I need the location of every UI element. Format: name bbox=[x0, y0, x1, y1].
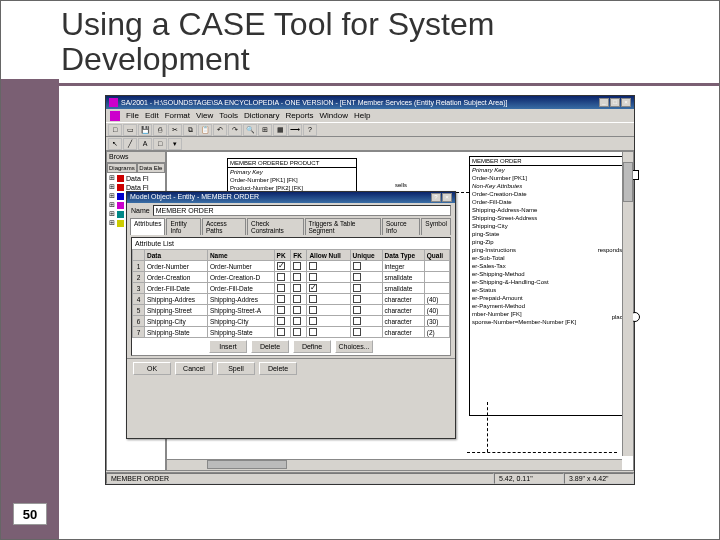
dialog-tab[interactable]: Access Paths bbox=[202, 218, 246, 235]
tool-diagram-icon[interactable]: ⊞ bbox=[258, 124, 272, 136]
maximize-button[interactable]: □ bbox=[610, 98, 620, 107]
dialog-tab[interactable]: Check Constraints bbox=[247, 218, 304, 235]
menu-edit[interactable]: Edit bbox=[145, 111, 159, 120]
entity-attr: Order-Fill-Date bbox=[470, 198, 624, 206]
entity-attr: ping-Zip bbox=[470, 238, 624, 246]
tool-redo-icon[interactable]: ↷ bbox=[228, 124, 242, 136]
menu-tools[interactable]: Tools bbox=[219, 111, 238, 120]
grid-header[interactable]: Data bbox=[145, 250, 208, 261]
name-input[interactable] bbox=[153, 205, 451, 216]
browser-tab-diagrams[interactable]: Diagrams bbox=[107, 163, 137, 173]
grid-row[interactable]: 4Shipping-AddresShipping-Addrescharacter… bbox=[133, 294, 450, 305]
grid-delete-button[interactable]: Delete bbox=[251, 340, 289, 353]
grid-header[interactable]: Data Type bbox=[382, 250, 424, 261]
draw-box-icon[interactable]: □ bbox=[153, 138, 167, 150]
dialog-spell-button[interactable]: Spell bbox=[217, 362, 255, 375]
tool-entity-icon[interactable]: ▦ bbox=[273, 124, 287, 136]
status-size: 3.89" x 4.42" bbox=[564, 473, 634, 484]
tool-paste-icon[interactable]: 📋 bbox=[198, 124, 212, 136]
entity-attr: ping-State bbox=[470, 230, 624, 238]
grid-row[interactable]: 2Order-CreationOrder-Creation-Dsmalldate bbox=[133, 272, 450, 283]
grid-header[interactable] bbox=[133, 250, 145, 261]
app-titlebar: SA/2001 - H:\SOUNDSTAGE\SA ENCYCLOPEDIA … bbox=[106, 96, 634, 109]
dialog-titlebar: Model Object - Entity - MEMBER ORDER ? × bbox=[127, 192, 455, 203]
minimize-button[interactable]: _ bbox=[599, 98, 609, 107]
entity-attr: er-Sub-Total bbox=[470, 254, 624, 262]
grid-header[interactable]: Name bbox=[207, 250, 274, 261]
grid-insert-button[interactable]: Insert bbox=[209, 340, 247, 353]
dialog-tabs: AttributesEntity InfoAccess PathsCheck C… bbox=[127, 218, 455, 235]
dialog-tab[interactable]: Attributes bbox=[130, 218, 165, 235]
tool-cut-icon[interactable]: ✂ bbox=[168, 124, 182, 136]
close-button[interactable]: × bbox=[621, 98, 631, 107]
dialog-tab[interactable]: Source Info bbox=[382, 218, 420, 235]
slide-container: Using a CASE Tool for System Development… bbox=[0, 0, 720, 540]
attribute-grid[interactable]: DataNamePKFKAllow NullUniqueData TypeQua… bbox=[132, 249, 450, 338]
tool-zoom-icon[interactable]: 🔍 bbox=[243, 124, 257, 136]
entity-name: MEMBER ORDER bbox=[470, 157, 624, 166]
grid-row[interactable]: 3Order-Fill-DateOrder-Fill-Datesmalldate bbox=[133, 283, 450, 294]
dialog-cancel-button[interactable]: Cancel bbox=[175, 362, 213, 375]
entity-attr: mber-Number [FK] bbox=[470, 310, 624, 318]
browser-title: Brows bbox=[107, 152, 165, 163]
entity-attr: er-Status bbox=[470, 286, 624, 294]
entity-attr: Shipping-City bbox=[470, 222, 624, 230]
grid-row[interactable]: 6Shipping-CityShipping-Citycharacter(30) bbox=[133, 316, 450, 327]
tool-new-icon[interactable]: □ bbox=[108, 124, 122, 136]
grid-header[interactable]: Allow Null bbox=[307, 250, 350, 261]
tool-save-icon[interactable]: 💾 bbox=[138, 124, 152, 136]
entity-attr: er-Prepaid-Amount bbox=[470, 294, 624, 302]
dialog-ok-button[interactable]: OK bbox=[133, 362, 171, 375]
dialog-help-button[interactable]: ? bbox=[431, 193, 441, 202]
dialog-tab[interactable]: Symbol bbox=[421, 218, 451, 235]
menu-reports[interactable]: Reports bbox=[286, 111, 314, 120]
dialog-delete-button[interactable]: Delete bbox=[259, 362, 297, 375]
grid-header[interactable]: FK bbox=[291, 250, 307, 261]
grid-choices-button[interactable]: Choices... bbox=[335, 340, 373, 353]
dialog-button-row: OKCancelSpellDelete bbox=[127, 358, 455, 378]
menu-format[interactable]: Format bbox=[165, 111, 190, 120]
slide-number: 50 bbox=[13, 503, 47, 525]
grid-row[interactable]: 5Shipping-StreetShipping-Street-Acharact… bbox=[133, 305, 450, 316]
status-object: MEMBER ORDER bbox=[106, 473, 494, 484]
grid-define-button[interactable]: Define bbox=[293, 340, 331, 353]
scroll-thumb[interactable] bbox=[623, 162, 633, 202]
grid-row[interactable]: 7Shipping-StateShipping-Statecharacter(2… bbox=[133, 327, 450, 338]
tool-print-icon[interactable]: ⎙ bbox=[153, 124, 167, 136]
grid-header[interactable]: Unique bbox=[350, 250, 382, 261]
toolbar-main: □ ▭ 💾 ⎙ ✂ ⧉ 📋 ↶ ↷ 🔍 ⊞ ▦ ⟶ ? bbox=[106, 122, 634, 137]
canvas-scroll-vertical[interactable] bbox=[622, 152, 633, 456]
entity-member-order[interactable]: MEMBER ORDER Primary Key Order-Number [P… bbox=[469, 156, 625, 416]
menu-window[interactable]: Window bbox=[320, 111, 348, 120]
draw-line-icon[interactable]: ╱ bbox=[123, 138, 137, 150]
slide-header: Using a CASE Tool for System Development bbox=[1, 1, 719, 86]
dialog-close-button[interactable]: × bbox=[442, 193, 452, 202]
tool-help-icon[interactable]: ? bbox=[303, 124, 317, 136]
browser-tab-data[interactable]: Data Ele bbox=[137, 163, 165, 173]
tool-open-icon[interactable]: ▭ bbox=[123, 124, 137, 136]
menu-dictionary[interactable]: Dictionary bbox=[244, 111, 280, 120]
grid-row[interactable]: 1Order-NumberOrder-Numberinteger bbox=[133, 261, 450, 272]
grid-header[interactable]: Quali bbox=[424, 250, 449, 261]
entity-attr: Shipping-Address-Name bbox=[470, 206, 624, 214]
tool-link-icon[interactable]: ⟶ bbox=[288, 124, 302, 136]
menu-file[interactable]: File bbox=[126, 111, 139, 120]
tree-item[interactable]: ⊞Data Fl bbox=[108, 174, 164, 182]
draw-font-icon[interactable]: A bbox=[138, 138, 152, 150]
tree-item[interactable]: ⊞Data Fl bbox=[108, 183, 164, 191]
entity-pk-0: Order-Number [PK1] bbox=[470, 174, 624, 182]
grid-header[interactable]: PK bbox=[274, 250, 291, 261]
canvas-scroll-horizontal[interactable] bbox=[167, 459, 622, 470]
tool-undo-icon[interactable]: ↶ bbox=[213, 124, 227, 136]
draw-pointer-icon[interactable]: ↖ bbox=[108, 138, 122, 150]
tool-copy-icon[interactable]: ⧉ bbox=[183, 124, 197, 136]
draw-more-icon[interactable]: ▾ bbox=[168, 138, 182, 150]
dialog-tab[interactable]: Triggers & Table Segment bbox=[305, 218, 381, 235]
dialog-title: Model Object - Entity - MEMBER ORDER bbox=[130, 193, 259, 202]
case-tool-window: SA/2001 - H:\SOUNDSTAGE\SA ENCYCLOPEDIA … bbox=[105, 95, 635, 485]
scroll-thumb[interactable] bbox=[207, 460, 287, 469]
dialog-tab[interactable]: Entity Info bbox=[166, 218, 200, 235]
menu-help[interactable]: Help bbox=[354, 111, 370, 120]
menu-view[interactable]: View bbox=[196, 111, 213, 120]
status-position: 5.42, 0.11" bbox=[494, 473, 564, 484]
